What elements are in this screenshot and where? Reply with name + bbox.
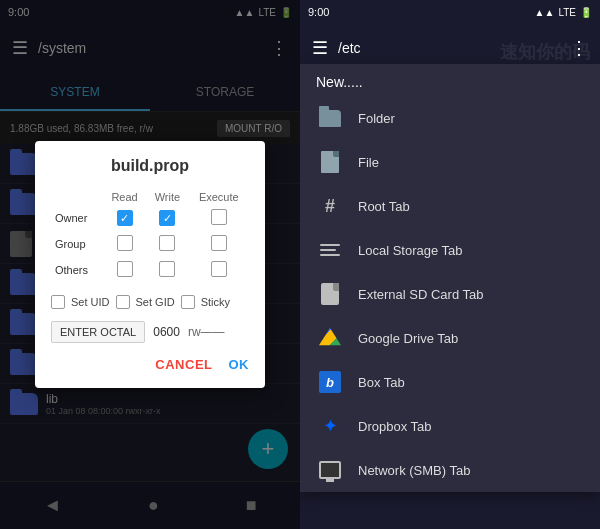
col-execute-header: Execute [189,189,249,205]
google-drive-icon [319,328,341,348]
menu-label: Google Drive Tab [358,331,458,346]
right-status-icons: ▲▲ LTE 🔋 [535,7,592,18]
set-gid-checkbox[interactable] [116,295,130,309]
right-status-bar: 9:00 ▲▲ LTE 🔋 [300,0,600,24]
menu-item-box[interactable]: b Box Tab [300,360,600,404]
permissions-table: Read Write Execute Owner ✓ ✓ Group [51,189,249,283]
menu-label: Dropbox Tab [358,419,431,434]
permissions-dialog: build.prop Read Write Execute Owner ✓ ✓ [35,141,265,388]
others-read-checkbox[interactable] [117,261,133,277]
right-more-icon[interactable]: ⋮ [570,37,588,59]
menu-label: Box Tab [358,375,405,390]
menu-item-network-smb[interactable]: Network (SMB) Tab [300,448,600,492]
owner-execute-checkbox[interactable] [211,209,227,225]
menu-item-folder[interactable]: Folder [300,96,600,140]
others-execute-checkbox[interactable] [211,261,227,277]
group-write-checkbox[interactable] [159,235,175,251]
owner-read-checkbox[interactable]: ✓ [117,210,133,226]
right-menu-icon[interactable]: ☰ [312,37,328,59]
dialog-title: build.prop [51,157,249,175]
sticky-label: Sticky [201,296,230,308]
menu-item-dropbox[interactable]: ✦ Dropbox Tab [300,404,600,448]
menu-label: File [358,155,379,170]
menu-item-local-storage[interactable]: Local Storage Tab [300,228,600,272]
table-row: Owner ✓ ✓ [51,205,249,231]
file-icon [321,151,339,173]
menu-label: Folder [358,111,395,126]
others-write-checkbox[interactable] [159,261,175,277]
uid-row: Set UID Set GID Sticky [51,295,249,309]
menu-item-root-tab[interactable]: # Root Tab [300,184,600,228]
menu-label: Network (SMB) Tab [358,463,470,478]
octal-row: ENTER OCTAL 0600 rw—— [51,321,249,343]
folder-icon [319,110,341,127]
table-row: Others [51,257,249,283]
list-icon [320,244,340,256]
set-gid-label: Set GID [136,296,175,308]
monitor-icon [319,461,341,479]
sticky-checkbox[interactable] [181,295,195,309]
menu-label: Local Storage Tab [358,243,463,258]
cancel-button[interactable]: CANCEL [155,357,212,372]
table-row: Group [51,231,249,257]
menu-label: External SD Card Tab [358,287,484,302]
menu-item-google-drive[interactable]: Google Drive Tab [300,316,600,360]
dialog-actions: CANCEL OK [51,357,249,372]
menu-label: Root Tab [358,199,410,214]
right-path-title: /etc [338,40,560,56]
right-battery-icon: 🔋 [580,7,592,18]
hash-icon: # [325,197,335,215]
right-time: 9:00 [308,6,329,18]
context-menu: New..... Folder File # Root Tab [300,64,600,492]
octal-rw: rw—— [188,325,225,339]
right-lte-label: LTE [558,7,576,18]
menu-item-sd-card[interactable]: External SD Card Tab [300,272,600,316]
dialog-overlay: build.prop Read Write Execute Owner ✓ ✓ [0,0,300,529]
menu-item-file[interactable]: File [300,140,600,184]
box-icon: b [319,371,341,393]
left-panel: 9:00 ▲▲ LTE 🔋 ☰ /system ⋮ SYSTEM STORAGE… [0,0,300,529]
group-execute-checkbox[interactable] [211,235,227,251]
octal-value: 0600 [153,325,180,339]
menu-header: New..... [300,64,600,96]
group-read-checkbox[interactable] [117,235,133,251]
set-uid-label: Set UID [71,296,110,308]
dropbox-icon: ✦ [323,415,338,437]
set-uid-checkbox[interactable] [51,295,65,309]
right-wifi-icon: ▲▲ [535,7,555,18]
enter-octal-button[interactable]: ENTER OCTAL [51,321,145,343]
ok-button[interactable]: OK [229,357,250,372]
right-panel: 速知你的码 9:00 ▲▲ LTE 🔋 ☰ /etc ⋮ ETC STORAGE… [300,0,600,529]
sd-card-icon [321,283,339,305]
col-write-header: Write [146,189,188,205]
owner-write-checkbox[interactable]: ✓ [159,210,175,226]
col-read-header: Read [103,189,146,205]
